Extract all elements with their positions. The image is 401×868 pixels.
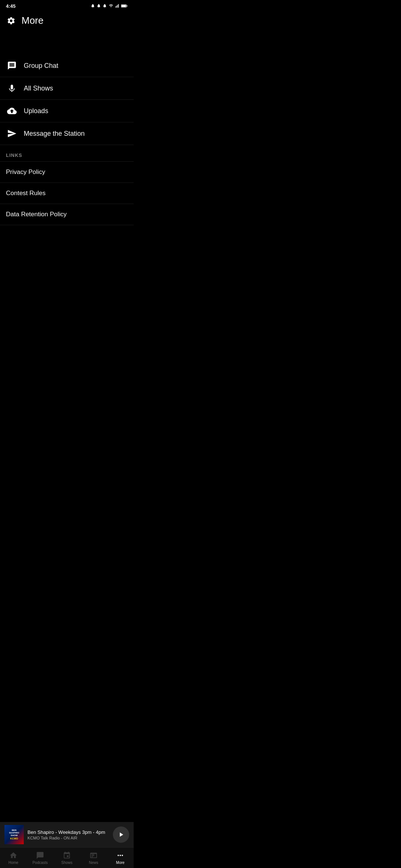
- svg-rect-3: [118, 4, 119, 8]
- links-header-text: LINKS: [6, 152, 22, 158]
- group-chat-label: Group Chat: [24, 62, 58, 70]
- svg-rect-0: [115, 6, 116, 8]
- data-retention-label: Data Retention Policy: [6, 211, 66, 218]
- notification-icon-3: [102, 4, 107, 8]
- notification-icon-2: [97, 4, 101, 8]
- page-title: More: [22, 15, 43, 26]
- svg-rect-2: [117, 5, 118, 8]
- data-retention-item[interactable]: Data Retention Policy: [0, 204, 134, 225]
- wifi-icon: [108, 4, 114, 8]
- mic-icon: [6, 82, 18, 94]
- all-shows-item[interactable]: All Shows: [0, 77, 134, 100]
- all-shows-label: All Shows: [24, 85, 53, 92]
- svg-rect-6: [121, 5, 126, 7]
- send-icon: [6, 128, 18, 139]
- status-bar: 4:45: [0, 0, 134, 10]
- svg-rect-5: [127, 5, 127, 7]
- signal-icon: [115, 4, 120, 8]
- uploads-label: Uploads: [24, 107, 48, 115]
- chat-icon: [6, 60, 18, 72]
- header: More: [0, 10, 134, 32]
- contest-rules-item[interactable]: Contest Rules: [0, 183, 134, 204]
- status-time: 4:45: [6, 3, 16, 9]
- group-chat-item[interactable]: Group Chat: [0, 55, 134, 77]
- contest-rules-label: Contest Rules: [6, 190, 46, 197]
- menu-spacer: [0, 32, 134, 55]
- privacy-policy-item[interactable]: Privacy Policy: [0, 162, 134, 183]
- privacy-policy-label: Privacy Policy: [6, 168, 45, 176]
- message-station-item[interactable]: Message the Station: [0, 122, 134, 145]
- status-icons: [91, 4, 128, 8]
- upload-icon: [6, 105, 18, 117]
- battery-icon: [121, 4, 128, 8]
- uploads-item[interactable]: Uploads: [0, 100, 134, 122]
- gear-icon: [6, 16, 16, 26]
- links-section-header: LINKS: [0, 145, 134, 162]
- message-station-label: Message the Station: [24, 130, 85, 138]
- notification-icon-1: [91, 4, 95, 8]
- svg-rect-1: [117, 6, 117, 8]
